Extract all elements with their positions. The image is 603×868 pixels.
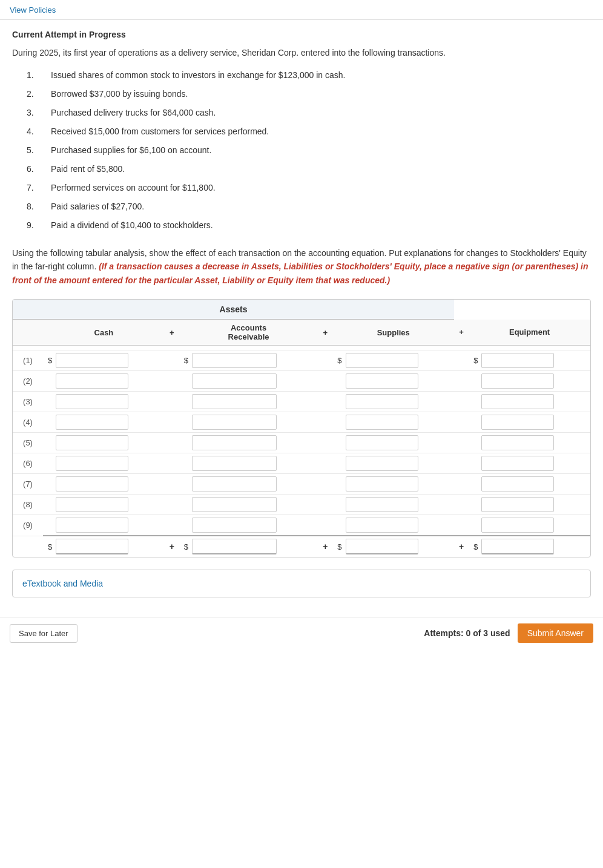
total-cash-input-cell[interactable] bbox=[53, 536, 165, 557]
cash-input-cell[interactable] bbox=[53, 412, 165, 433]
op-cell-2 bbox=[318, 350, 332, 371]
cash-input-7[interactable] bbox=[56, 476, 128, 492]
supplies-input-3[interactable] bbox=[346, 394, 418, 409]
submit-answer-button[interactable]: Submit Answer bbox=[518, 623, 593, 643]
ar-input-8[interactable] bbox=[192, 497, 277, 512]
intro-text: During 2025, its first year of operation… bbox=[12, 47, 591, 59]
total-supplies-input-cell[interactable] bbox=[343, 536, 455, 557]
equipment-input-5[interactable] bbox=[481, 435, 554, 450]
supplies-input-8[interactable] bbox=[346, 497, 418, 512]
total-equipment-input-cell[interactable] bbox=[479, 536, 590, 557]
equipment-input-cell[interactable] bbox=[479, 495, 590, 515]
supplies-input-6[interactable] bbox=[346, 456, 418, 471]
ar-input-2[interactable] bbox=[192, 373, 277, 389]
supplies-input-cell[interactable] bbox=[343, 392, 455, 412]
ar-input-cell[interactable] bbox=[189, 433, 318, 453]
supplies-input-cell[interactable] bbox=[343, 371, 455, 392]
ar-input-cell[interactable] bbox=[189, 392, 318, 412]
ar-input-9[interactable] bbox=[192, 518, 277, 533]
supplies-input-7[interactable] bbox=[346, 476, 418, 492]
total-op-1: + bbox=[165, 536, 179, 557]
cash-input-cell[interactable] bbox=[53, 392, 165, 412]
equipment-input-cell[interactable] bbox=[479, 515, 590, 536]
total-equipment-input[interactable] bbox=[481, 539, 554, 554]
equipment-input-cell[interactable] bbox=[479, 453, 590, 474]
cash-input-8[interactable] bbox=[56, 497, 128, 512]
supplies-input-9[interactable] bbox=[346, 518, 418, 533]
supplies-input-cell[interactable] bbox=[343, 412, 455, 433]
cash-input-cell[interactable] bbox=[53, 453, 165, 474]
total-cash-input[interactable] bbox=[56, 539, 128, 554]
equipment-input-cell[interactable] bbox=[479, 350, 590, 371]
op-cell-3 bbox=[454, 495, 469, 515]
cash-input-9[interactable] bbox=[56, 518, 128, 533]
equipment-input-cell[interactable] bbox=[479, 371, 590, 392]
ar-input-4[interactable] bbox=[192, 415, 277, 430]
equipment-input-9[interactable] bbox=[481, 518, 554, 533]
row-label-cell: (7) bbox=[13, 474, 43, 495]
item-number: 4. bbox=[27, 125, 51, 138]
ar-input-cell[interactable] bbox=[189, 412, 318, 433]
ar-input-cell[interactable] bbox=[189, 350, 318, 371]
equipment-input-cell[interactable] bbox=[479, 433, 590, 453]
cash-input-1[interactable] bbox=[56, 353, 128, 368]
cash-input-2[interactable] bbox=[56, 373, 128, 389]
view-policies-link[interactable]: View Policies bbox=[10, 5, 56, 15]
supplies-input-2[interactable] bbox=[346, 373, 418, 389]
ar-input-cell[interactable] bbox=[189, 453, 318, 474]
cash-input-cell[interactable] bbox=[53, 495, 165, 515]
equipment-input-3[interactable] bbox=[481, 394, 554, 409]
ar-input-5[interactable] bbox=[192, 435, 277, 450]
equipment-input-7[interactable] bbox=[481, 476, 554, 492]
save-for-later-button[interactable]: Save for Later bbox=[10, 624, 77, 643]
total-ar-input[interactable] bbox=[192, 539, 277, 554]
supplies-input-cell[interactable] bbox=[343, 515, 455, 536]
supplies-input-cell[interactable] bbox=[343, 453, 455, 474]
ar-input-6[interactable] bbox=[192, 456, 277, 471]
ar-input-cell[interactable] bbox=[189, 474, 318, 495]
total-ar-input-cell[interactable] bbox=[189, 536, 318, 557]
ar-input-cell[interactable] bbox=[189, 495, 318, 515]
ar-input-cell[interactable] bbox=[189, 371, 318, 392]
cash-input-5[interactable] bbox=[56, 435, 128, 450]
dollar-eq bbox=[469, 515, 479, 536]
dollar-eq bbox=[469, 433, 479, 453]
ar-input-3[interactable] bbox=[192, 394, 277, 409]
supplies-input-1[interactable] bbox=[346, 353, 418, 368]
op-cell bbox=[165, 433, 179, 453]
cash-input-cell[interactable] bbox=[53, 433, 165, 453]
equipment-input-6[interactable] bbox=[481, 456, 554, 471]
equipment-input-1[interactable] bbox=[481, 353, 554, 368]
equipment-input-cell[interactable] bbox=[479, 392, 590, 412]
ar-input-1[interactable] bbox=[192, 353, 277, 368]
supplies-input-cell[interactable] bbox=[343, 433, 455, 453]
ar-input-7[interactable] bbox=[192, 476, 277, 492]
supplies-input-cell[interactable] bbox=[343, 350, 455, 371]
op-cell bbox=[165, 515, 179, 536]
cash-input-cell[interactable] bbox=[53, 474, 165, 495]
cash-input-cell[interactable] bbox=[53, 371, 165, 392]
total-supplies-input[interactable] bbox=[346, 539, 418, 554]
supplies-input-cell[interactable] bbox=[343, 495, 455, 515]
supplies-input-cell[interactable] bbox=[343, 474, 455, 495]
equipment-input-cell[interactable] bbox=[479, 474, 590, 495]
item-text: Paid a dividend of $10,400 to stockholde… bbox=[51, 219, 213, 232]
supplies-input-4[interactable] bbox=[346, 415, 418, 430]
table-row: (4) bbox=[13, 412, 590, 433]
row-label-cell: (2) bbox=[13, 371, 43, 392]
cash-input-cell[interactable] bbox=[53, 350, 165, 371]
equipment-input-cell[interactable] bbox=[479, 412, 590, 433]
cash-input-4[interactable] bbox=[56, 415, 128, 430]
cash-input-3[interactable] bbox=[56, 394, 128, 409]
equipment-input-2[interactable] bbox=[481, 373, 554, 389]
equipment-input-4[interactable] bbox=[481, 415, 554, 430]
current-attempt-label: Current Attempt in Progress bbox=[12, 30, 591, 39]
equipment-input-8[interactable] bbox=[481, 497, 554, 512]
ar-input-cell[interactable] bbox=[189, 515, 318, 536]
supplies-input-5[interactable] bbox=[346, 435, 418, 450]
cash-input-6[interactable] bbox=[56, 456, 128, 471]
cash-input-cell[interactable] bbox=[53, 515, 165, 536]
dollar-cash: $ bbox=[43, 350, 53, 371]
dollar-eq bbox=[469, 371, 479, 392]
item-number: 8. bbox=[27, 200, 51, 213]
